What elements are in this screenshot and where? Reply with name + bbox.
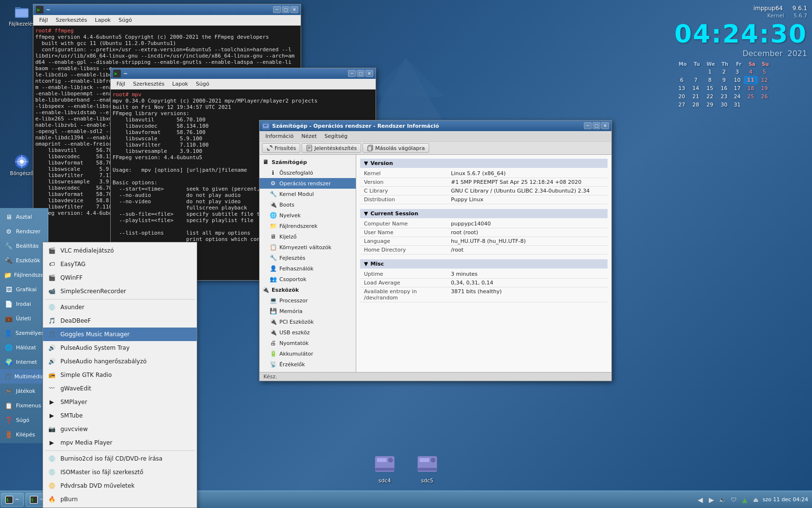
sidebar-item-asztal[interactable]: 🖥Asztal [0,209,48,224]
sysinfo-menu-info[interactable]: Információ [261,132,297,140]
tray-shield[interactable]: 🛡 [729,495,739,505]
context-item-easytag[interactable]: 🏷EasyTAG [43,257,197,271]
context-item-deadbeef[interactable]: 🎵DeaDBeeF [43,314,197,328]
tree-item-operációs-rendszer[interactable]: ⚙Operációs rendszer [260,178,356,189]
tree-item-érzékelők[interactable]: 📡Érzékelők [260,359,356,370]
context-item-vlc[interactable]: 🎬VLC médialejátszó [43,244,197,257]
detail-key: Load Average [364,280,451,286]
context-item-radio[interactable]: 📻Simple GTK Radio [43,368,197,382]
sidebar-item-eszkozok[interactable]: 🔌Eszközök [0,253,48,268]
context-item-simplescreen[interactable]: 📹SimpleScreenRecorder [43,284,197,298]
tray-volume[interactable]: 🔈 [718,495,727,505]
terminal1-menu-szerk[interactable]: Szerkesztés [52,16,91,24]
sysinfo-menu-segit[interactable]: Segítség [320,132,351,140]
tree-item-memória[interactable]: 💾Memória [260,306,356,316]
detail-key: Language [364,238,451,244]
sidebar-item-multimedia[interactable]: 🎵Multimédia [0,369,48,384]
context-item-guvcview[interactable]: 📷guvcview [43,422,197,436]
tree-item-boots[interactable]: 🔌Boots [260,199,356,210]
tray-scroll-right[interactable]: ▶ [707,495,716,505]
tree-item-környezeti-változók[interactable]: 📋Környezeti változók [260,242,356,253]
sidebar-item-grafikai[interactable]: 🖼Grafikai [0,282,48,297]
terminal-ffmpeg-titlebar[interactable]: > ~ ─ □ ✕ [33,4,301,15]
context-item-qwinff[interactable]: 🎬QWinFF [43,271,197,284]
context-item-goggles[interactable]: 🎵Goggles Music Manager [43,328,197,341]
sysinfo-tree[interactable]: 🖥SzámítógépℹÖsszefoglaló⚙Operációs rends… [260,155,356,372]
tree-item-fejlesztés[interactable]: 🔧Fejlesztés [260,253,356,263]
sysinfo-refresh-btn[interactable]: Frissítés [262,143,300,153]
terminal1-minimize[interactable]: ─ [273,6,281,13]
session-header[interactable]: ▼ Current Session [360,209,608,218]
terminal2-menu-fajl[interactable]: Fájl [113,80,129,88]
tray-eject[interactable]: ⏏ [751,495,761,505]
sysinfo-maximize[interactable]: □ [593,122,600,129]
sidebar-item-sugo[interactable]: ❓Súgó [0,413,48,427]
sysinfo-report-btn[interactable]: Jelentéskészítés [302,143,361,153]
sidebar-item-uzleti[interactable]: 💼Üzleti [0,311,48,326]
sidebar-item-fajlrendszer[interactable]: 📁Fájlrendszer [0,268,48,282]
context-item-pdvdrsab[interactable]: 📀Pdvdrsab DVD műveletek [43,479,197,493]
sidebar-item-fixmenus[interactable]: 📋Fixmenus [0,398,48,413]
bongeszо-icon [14,154,29,169]
context-item-pulseaudio2[interactable]: 🔊PulseAudio hangerőszabályzó [43,355,197,368]
terminal1-close[interactable]: ✕ [290,6,298,13]
tree-item-csoportok[interactable]: 👥Csoportok [260,274,356,284]
sidebar-item-szemelyes[interactable]: 👤Személyes [0,326,48,340]
tree-item-kernel-modul[interactable]: 🔧Kernel Modul [260,189,356,199]
terminal-mpv-titlebar[interactable]: > ~ ─ □ ✕ [111,68,376,79]
drive-sdc5[interactable]: sdc5 [416,452,439,484]
misc-header[interactable]: ▼ Misc [360,259,608,269]
terminal2-menu-szerk[interactable]: Szerkesztés [129,80,168,88]
tree-item-nyelvek[interactable]: 🌐Nyelvek [260,210,356,221]
sysinfo-copy-btn[interactable]: Másolás vágólapra [362,143,429,153]
sidebar-item-kilepes[interactable]: 🚪Kilépés [0,427,48,442]
context-item-pulseaudio[interactable]: 🔊PulseAudio System Tray [43,341,197,355]
sysinfo-minimize[interactable]: ─ [584,122,592,129]
terminal1-menu-sugo[interactable]: Súgó [115,16,136,24]
sidebar-item-internet[interactable]: 🌍Internet [0,355,48,369]
terminal2-menu-sugo[interactable]: Súgó [192,80,213,88]
tree-item-számítógép[interactable]: 🖥Számítógép [260,157,356,167]
terminal1-maximize[interactable]: □ [282,6,290,13]
context-item-mpv[interactable]: ▶mpv Media Player [43,436,197,449]
context-item-burniso[interactable]: 💿Burniso2cd iso fájl CD/DVD-re írása [43,452,197,465]
context-item-isomaster[interactable]: 💿ISOMaster iso fájl szerkesztő [43,465,197,479]
sysinfo-titlebar[interactable]: Számítógép - Operációs rendszer - Rendsz… [260,120,611,131]
context-item-smplayer[interactable]: ▶SMPlayer [43,395,197,409]
tree-item-összefoglaló[interactable]: ℹÖsszefoglaló [260,167,356,178]
cal-cell: 8 [702,76,717,84]
tree-item-akkumulátor[interactable]: 🔋Akkumulátor [260,348,356,359]
tree-item-felhasználók[interactable]: 👤Felhasználók [260,263,356,274]
sidebar-item-irodai[interactable]: 📄Irodai [0,297,48,311]
terminal2-minimize[interactable]: ─ [348,70,356,77]
misc-title: Misc [370,261,384,267]
tree-item-kijelző[interactable]: 🖥Kijelző [260,231,356,242]
terminal2-menu-lapok[interactable]: Lapok [168,80,192,88]
sidebar-item-jatekok[interactable]: 🎮Játékok [0,384,48,398]
tree-item-nyomtatók[interactable]: 🖨Nyomtatók [260,338,356,348]
taskbar-btn-terminal1[interactable]: $~ [1,493,24,507]
tray-scroll-left[interactable]: ◀ [696,495,705,505]
sidebar-item-beallitas[interactable]: 🔧Beállítás [0,239,48,253]
context-item-asunder[interactable]: 💿Asunder [43,300,197,314]
terminal2-maximize[interactable]: □ [357,70,364,77]
sidebar-item-rendszer[interactable]: ⚙Rendszer [0,224,48,239]
tree-item-usb-eszköz[interactable]: 🔌USB eszköz [260,327,356,338]
tree-item-fájlrendszerek[interactable]: 📁Fájlrendszerek [260,221,356,231]
tree-item-pci-eszközök[interactable]: 🔌PCI Eszközök [260,316,356,327]
context-item-gwave[interactable]: 〰gWaveEdit [43,382,197,395]
sidebar-item-halozat[interactable]: 🌐Hálózat [0,340,48,355]
terminal1-menu-fajl[interactable]: Fájl [35,16,52,24]
sysinfo-menu-nezet[interactable]: Nézet [297,132,320,140]
terminal2-close[interactable]: ✕ [365,70,373,77]
tree-item-processzor[interactable]: 💻Processzor [260,295,356,306]
tree-item-eszközök[interactable]: 🔌Eszközök [260,284,356,295]
tray-network[interactable]: ▲ [740,495,750,505]
sidebar-icon-jatekok: 🎮 [4,386,14,396]
version-header[interactable]: ▼ Version [360,159,608,168]
drive-sdc4[interactable]: sdc4 [373,452,396,484]
sysinfo-close[interactable]: ✕ [601,122,609,129]
terminal1-menu-lapok[interactable]: Lapok [91,16,115,24]
context-item-smtube[interactable]: ▶SMTube [43,409,197,422]
context-item-pburn[interactable]: 🔥pBurn [43,493,197,506]
